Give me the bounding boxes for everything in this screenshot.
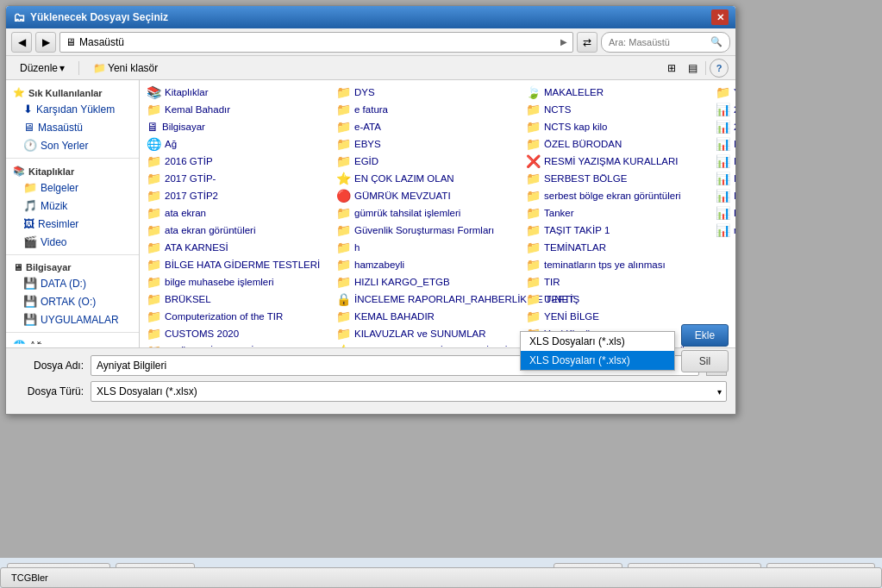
- sidebar-item-karsidon[interactable]: ⬇ Karşıdan Yüklem: [6, 100, 139, 118]
- file-name: KEMAL BAHADIR: [354, 311, 435, 322]
- file-icon: 📚: [147, 85, 161, 99]
- tcgbler-button[interactable]: TCGBler: [0, 567, 882, 588]
- list-item[interactable]: 📊II_Sayili: [712, 170, 735, 187]
- list-item[interactable]: 📁NCTS kap kilo: [522, 118, 712, 135]
- list-item[interactable]: 📁TAŞIT TAKİP 1: [522, 222, 712, 239]
- list-item[interactable]: 📁KILAVUZLAR ve SUNUMLAR: [333, 325, 522, 342]
- sidebar-item-muzik[interactable]: 🎵 Müzik: [6, 197, 139, 215]
- list-item[interactable]: 📁gümrük tahsilat işlemleri: [333, 204, 522, 222]
- sidebar-item-video[interactable]: 🎬 Video: [6, 233, 139, 251]
- list-item[interactable]: 📁EBYS: [333, 135, 522, 153]
- duzenle-menu[interactable]: Düzenle ▾: [13, 60, 72, 76]
- file-dialog: 🗂 Yüklenecek Dosyayı Seçiniz ✕ ◀ ▶ 🖥 Mas…: [5, 5, 736, 415]
- list-item[interactable]: 📁serbest bölge ekran görüntüleri: [522, 187, 712, 204]
- search-bar[interactable]: 🔍: [601, 32, 730, 53]
- sil-button[interactable]: Sil: [681, 350, 729, 372]
- refresh-button[interactable]: ⇄: [577, 32, 597, 53]
- search-input[interactable]: [609, 37, 710, 47]
- list-item[interactable]: 📁TEMİNATLAR: [522, 239, 712, 256]
- list-item[interactable]: 📁ÖZEL BÜRODAN: [522, 135, 712, 153]
- left-panel: ⭐ Sık Kullanılanlar ⬇ Karşıdan Yüklem 🖥 …: [6, 80, 140, 347]
- list-item[interactable]: 📁BİLGE HATA GİDERME TESTLERİ: [143, 256, 333, 273]
- sidebar-item-uygulamalar[interactable]: 💾 UYGULAMALAR: [6, 310, 139, 328]
- sidebar-item-son-yerler[interactable]: 🕐 Son Yerler: [6, 136, 139, 154]
- list-item[interactable]: 📁HIZLI KARGO_ETGB: [333, 273, 522, 291]
- list-item[interactable]: 📁Güvenlik Soruşturması Formları: [333, 222, 522, 239]
- list-item[interactable]: 📁Kemal Bahadır: [143, 101, 333, 118]
- file-icon: 📊: [716, 206, 730, 220]
- list-item[interactable]: 📊2017 Yıl: [712, 118, 735, 135]
- file-icon: 📁: [526, 172, 541, 185]
- list-item[interactable]: 📁2016 GTİP: [143, 153, 333, 170]
- file-name: e fatura: [354, 104, 388, 115]
- filetype-select[interactable]: XLS Dosyaları (*.xls) XLS Dosyaları (*.x…: [91, 381, 727, 402]
- list-item[interactable]: 📁h: [333, 239, 522, 256]
- list-item[interactable]: 📁DGÖ VERİ MODELİ: [143, 342, 333, 347]
- list-item[interactable]: 📚Kitaplıklar: [143, 84, 333, 101]
- list-item[interactable]: 📁CUSTOMS 2020: [143, 325, 333, 342]
- list-item[interactable]: 📁ata ekran görüntüleri: [143, 222, 333, 239]
- list-item[interactable]: 🔴GÜMRÜK MEVZUATI: [333, 187, 522, 204]
- file-icon: 📊: [716, 172, 730, 185]
- list-item[interactable]: 📁teminatların tps ye alınması: [522, 256, 712, 273]
- sidebar-item-data[interactable]: 💾 DATA (D:): [6, 274, 139, 292]
- list-item[interactable]: 📊2017 Yıl: [712, 101, 735, 118]
- view-toggle-button[interactable]: ⊞: [662, 59, 681, 78]
- list-item[interactable]: 📁YKTS_Y: [712, 84, 735, 101]
- action-toolbar: Düzenle ▾ 📁 Yeni klasör ⊞ ▤ ?: [6, 56, 735, 80]
- dropdown-item-xls[interactable]: XLS Dosyaları (*.xls): [521, 332, 674, 351]
- sidebar-item-ortak[interactable]: 💾 ORTAK (O:): [6, 292, 139, 310]
- list-item[interactable]: 📁Tanker: [522, 204, 712, 222]
- computer-section: 🖥 Bilgisayar 💾 DATA (D:) 💾 ORTAK (O:) 💾 …: [6, 259, 139, 328]
- list-item[interactable]: 📊II_Sayili: [712, 135, 735, 153]
- file-name: GÜMRÜK MEVZUATI: [354, 191, 451, 201]
- list-item[interactable]: 🖥Bilgisayar: [143, 118, 333, 135]
- list-item[interactable]: 🌐Ağ: [143, 135, 333, 153]
- yeni-klasor-button[interactable]: 📁 Yeni klasör: [86, 60, 165, 76]
- list-item[interactable]: 📁Computerization of the TIR: [143, 308, 333, 325]
- network-section[interactable]: 🌐 Ağ: [6, 336, 139, 344]
- sidebar-item-resimler[interactable]: 🖼 Resimler: [6, 215, 139, 233]
- file-icon: 📁: [526, 275, 541, 289]
- list-item[interactable]: 📊II_Sayili: [712, 153, 735, 170]
- list-item[interactable]: 📁hamzabeyli: [333, 256, 522, 273]
- sidebar-item-belgeler[interactable]: 📁 Belgeler: [6, 178, 139, 197]
- list-item[interactable]: 📁e fatura: [333, 101, 522, 118]
- list-item[interactable]: ❌RESMİ YAZIŞMA KURALLARI: [522, 153, 712, 170]
- list-item[interactable]: 📊Kopya I: [712, 204, 735, 222]
- help-button[interactable]: ?: [710, 59, 729, 78]
- list-item[interactable]: 📁YENİ BİLGE: [522, 308, 712, 325]
- list-item[interactable]: 📁2017 GTİP-: [143, 170, 333, 187]
- list-item[interactable]: ⭐EN ÇOK LAZIM OLAN: [333, 170, 522, 187]
- list-item[interactable]: 📁bilge muhasebe işlemleri: [143, 273, 333, 291]
- list-item[interactable]: 📁e-ATA: [333, 118, 522, 135]
- file-column-1: 📚Kitaplıklar📁Kemal Bahadır🖥Bilgisayar🌐Ağ…: [143, 84, 333, 347]
- list-item[interactable]: 📁U-NET: [522, 291, 712, 308]
- list-item[interactable]: 📁EGİD: [333, 153, 522, 170]
- sidebar-item-masaustu[interactable]: 🖥 Masaüstü: [6, 118, 139, 136]
- path-bar[interactable]: 🖥 Masaüstü ▶: [59, 32, 573, 53]
- list-item[interactable]: 📊II_Sayili: [712, 187, 735, 204]
- list-item[interactable]: 🔒İNCELEME RAPORLARI_RAHBERLİK VE TEFTİŞ: [333, 291, 522, 308]
- file-name: ata ekran görüntüleri: [165, 225, 255, 235]
- list-item[interactable]: 📁ATA KARNESİ: [143, 239, 333, 256]
- list-item[interactable]: 📁ata ekran: [143, 204, 333, 222]
- forward-button[interactable]: ▶: [35, 32, 56, 53]
- file-name: 2017 GTİP2: [165, 191, 218, 201]
- dropdown-item-xlsx[interactable]: XLS Dosyaları (*.xlsx): [521, 351, 674, 370]
- list-item[interactable]: 📊muafiye: [712, 222, 735, 239]
- back-button[interactable]: ◀: [11, 32, 32, 53]
- ekle-button[interactable]: Ekle: [681, 324, 729, 347]
- list-item[interactable]: 📁DYS: [333, 84, 522, 101]
- list-item[interactable]: 📁SERBEST BÖLGE: [522, 170, 712, 187]
- close-button[interactable]: ✕: [711, 9, 729, 25]
- list-item[interactable]: 📁TIR: [522, 273, 712, 291]
- view-list-button[interactable]: ▤: [683, 59, 702, 78]
- list-item[interactable]: 🍃MAKALELER: [522, 84, 712, 101]
- list-item[interactable]: ⭐KONTEYNER VE LİMAN TAKİP SİSTEMİ: [333, 342, 522, 347]
- list-item[interactable]: 📁KEMAL BAHADIR: [333, 308, 522, 325]
- file-name: TAŞIT TAKİP 1: [544, 225, 610, 235]
- list-item[interactable]: 📁NCTS: [522, 101, 712, 118]
- list-item[interactable]: 📁2017 GTİP2: [143, 187, 333, 204]
- list-item[interactable]: 📁BRÜKSEL: [143, 291, 333, 308]
